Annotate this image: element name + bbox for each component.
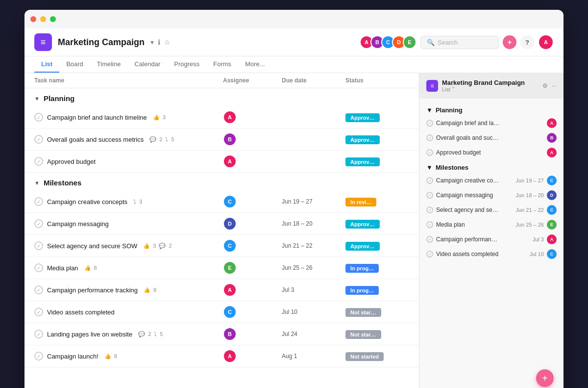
side-task-right: A: [547, 148, 557, 157]
tab-board[interactable]: Board: [59, 56, 90, 73]
side-task-check[interactable]: ✓: [426, 149, 433, 156]
task-assignee-avatar: A: [223, 349, 237, 363]
tab-forms[interactable]: Forms: [206, 56, 238, 73]
side-task-check[interactable]: ✓: [426, 177, 433, 184]
task-assignee-avatar: A: [223, 283, 237, 297]
side-task-row: ✓ Media plan Jun 25 – 26 E: [419, 217, 564, 232]
tab-timeline[interactable]: Timeline: [90, 56, 128, 73]
task-check[interactable]: ✓: [34, 113, 43, 122]
user-avatar[interactable]: A: [538, 34, 554, 50]
assignee-cell: B: [223, 327, 282, 341]
side-task-row: ✓ Campaign performance trac… Jul 3 A: [419, 232, 564, 247]
task-check[interactable]: ✓: [34, 263, 43, 272]
assignee-cell: B: [223, 132, 282, 146]
side-task-check[interactable]: ✓: [426, 134, 433, 141]
side-task-check[interactable]: ✓: [426, 192, 433, 199]
task-name-cell: ✓ Campaign brief and launch timeline 👍 3: [34, 113, 223, 122]
task-check[interactable]: ✓: [34, 330, 43, 338]
dot-red[interactable]: [30, 16, 36, 22]
dot-green[interactable]: [50, 16, 56, 22]
task-assignee-avatar: C: [223, 239, 237, 253]
tab-calendar[interactable]: Calendar: [127, 56, 167, 73]
task-check[interactable]: ✓: [34, 219, 43, 228]
content-area: Task name Assignee Due date Status ▼ Pla…: [24, 73, 564, 388]
side-task-check[interactable]: ✓: [426, 120, 433, 127]
side-task-left: ✓ Campaign performance trac…: [426, 236, 533, 243]
side-task-check[interactable]: ✓: [426, 236, 433, 243]
side-task-row: ✓ Video assets completed Jul 10 C: [419, 247, 564, 261]
col-assignee: Assignee: [223, 77, 282, 84]
table-row: ✓ Landing pages live on website 💬 2 ⤵ 5 …: [24, 323, 419, 345]
tab-list[interactable]: List: [34, 56, 59, 73]
section-planning[interactable]: ▼ Planning: [24, 88, 419, 106]
side-task-avatar: C: [547, 176, 557, 185]
side-task-left: ✓ Campaign brief and launch timeline: [426, 120, 547, 127]
task-check[interactable]: ✓: [34, 135, 43, 144]
assignee-cell: D: [223, 217, 282, 231]
info-icon[interactable]: ℹ: [158, 38, 160, 46]
side-task-check[interactable]: ✓: [426, 207, 433, 213]
subtask-count: 3: [139, 199, 142, 205]
side-task-check[interactable]: ✓: [426, 221, 433, 228]
side-task-name: Overall goals and success metrics: [436, 134, 500, 141]
add-button[interactable]: +: [503, 35, 516, 49]
side-panel: ≡ Marketing Brand Campaign List ˅ ⚙ ··· …: [419, 73, 564, 388]
side-task-avatar: A: [547, 118, 557, 128]
side-task-right: Jul 3 A: [533, 234, 557, 244]
star-icon[interactable]: ☆: [164, 38, 171, 46]
side-task-avatar: B: [547, 133, 557, 143]
fab-add-button[interactable]: +: [536, 369, 554, 387]
task-meta: 👍 3: [153, 114, 166, 121]
chevron-planning: ▼: [34, 96, 40, 102]
help-button[interactable]: ?: [520, 35, 534, 49]
subtask-count: 5: [160, 331, 163, 337]
search-bar[interactable]: 🔍 Search: [420, 36, 499, 49]
task-check[interactable]: ✓: [34, 197, 43, 206]
section-milestones[interactable]: ▼ Milestones: [24, 173, 419, 191]
task-name: Campaign messaging: [47, 220, 109, 228]
task-name: Campaign creative concepts: [47, 198, 127, 206]
task-assignee-avatar: B: [223, 327, 237, 341]
side-task-date: Jun 19 – 27: [516, 178, 544, 183]
status-badge: Approv…: [345, 242, 380, 251]
due-cell: Jul 3: [282, 286, 345, 293]
task-name: Media plan: [47, 264, 78, 272]
task-name-cell: ✓ Campaign messaging: [34, 219, 223, 228]
tab-progress[interactable]: Progress: [167, 56, 206, 73]
chevron-milestones: ▼: [34, 180, 40, 186]
side-task-check[interactable]: ✓: [426, 251, 433, 258]
status-cell: In revi…: [345, 198, 409, 206]
assignee-cell: A: [223, 283, 282, 297]
side-task-date: Jul 10: [530, 251, 544, 257]
status-badge: In prog…: [345, 264, 379, 273]
side-section-milestones[interactable]: ▼ Milestones: [419, 160, 564, 173]
task-check[interactable]: ✓: [34, 285, 43, 294]
table-row: ✓ Select agency and secure SOW 👍 3 💬 2 C…: [24, 235, 419, 257]
avatar-5: E: [403, 35, 416, 49]
dot-yellow[interactable]: [40, 16, 46, 22]
more-icon[interactable]: ···: [552, 82, 557, 89]
table-row: ✓ Video assets completed C Jul 10 Not st…: [24, 301, 419, 323]
dropdown-icon[interactable]: ▾: [150, 38, 154, 46]
side-task-row: ✓ Campaign messaging Jun 18 – 20 D: [419, 188, 564, 203]
side-section-planning[interactable]: ▼ Planning: [419, 103, 564, 116]
task-check[interactable]: ✓: [34, 157, 43, 166]
task-meta: 👍 8: [144, 287, 156, 293]
table-row: ✓ Media plan 👍 8 E Jun 25 – 26 In prog…: [24, 257, 419, 279]
header-left: ≡ Marketing Campaign ▾ ℹ ☆: [34, 33, 171, 51]
task-check[interactable]: ✓: [34, 352, 43, 361]
section-milestones-label: Milestones: [44, 179, 82, 187]
side-task-left: ✓ Campaign creative conc…: [426, 177, 516, 184]
task-check[interactable]: ✓: [34, 308, 43, 316]
side-panel-title-text: Marketing Brand Campaign List ˅: [442, 79, 525, 93]
chevron-side-planning: ▼: [426, 106, 433, 114]
filter-icon[interactable]: ⚙: [542, 82, 548, 89]
task-check[interactable]: ✓: [34, 241, 43, 250]
search-placeholder: Search: [438, 39, 458, 46]
status-cell: In prog…: [345, 286, 409, 294]
side-task-avatar: D: [547, 190, 557, 200]
status-cell: Approv…: [345, 114, 409, 121]
tab-more[interactable]: More...: [238, 56, 271, 73]
side-panel-title-group: ≡ Marketing Brand Campaign List ˅: [426, 79, 525, 93]
table-row: ✓ Approved budget A Approv…: [24, 151, 419, 173]
